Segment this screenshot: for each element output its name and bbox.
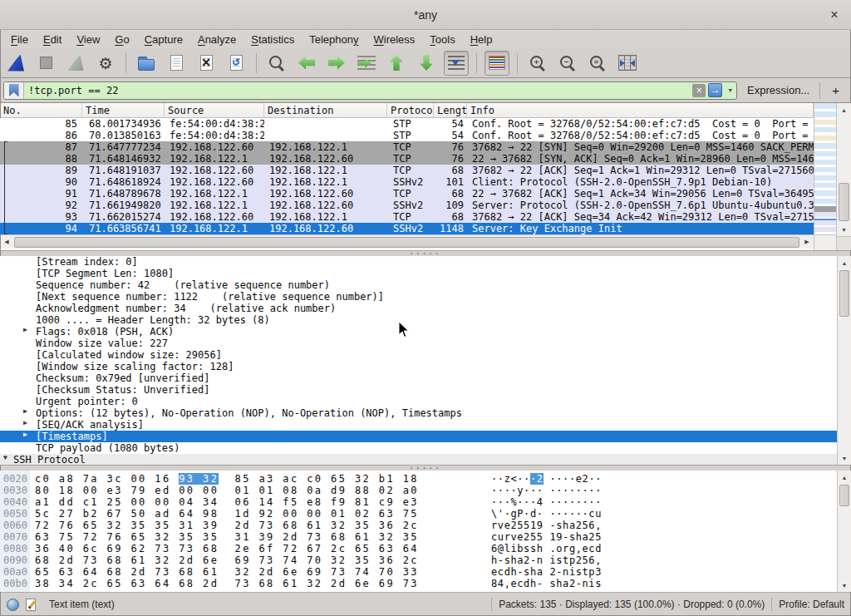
- hex-ascii[interactable]: ecdh-sha 2-nistp3: [491, 566, 602, 578]
- hex-bytes[interactable]: 36 40 6c 69 62 73 73 68 2e 6f 72 67 2c 6…: [35, 543, 491, 554]
- packet-minimap[interactable]: [814, 103, 836, 234]
- column-header-proto[interactable]: Protocol: [387, 103, 434, 117]
- detail-line[interactable]: [Calculated window size: 29056]: [0, 349, 837, 361]
- expert-info-icon[interactable]: [7, 599, 19, 611]
- hex-bytes[interactable]: 65 63 64 68 2d 73 68 61 32 2d 6e 69 73 7…: [35, 566, 491, 578]
- packet-row-90[interactable]: 9071.648618924192.168.122.60192.168.122.…: [0, 176, 814, 188]
- go-bottom-button[interactable]: [414, 51, 439, 76]
- scroll-right-icon[interactable]: ▶: [800, 239, 814, 245]
- go-back-button[interactable]: [294, 51, 319, 76]
- hscroll-thumb[interactable]: [14, 237, 799, 248]
- clear-filter-icon[interactable]: ×: [692, 84, 706, 97]
- close-window-icon[interactable]: ×: [826, 7, 843, 23]
- hex-row-0060[interactable]: 006072 76 65 32 35 35 31 39 2d 73 68 61 …: [0, 520, 837, 531]
- menu-item-file[interactable]: File: [3, 32, 36, 47]
- packet-row-89[interactable]: 8971.648191037192.168.122.60192.168.122.…: [0, 165, 814, 176]
- detail-line[interactable]: Window size value: 227: [0, 338, 837, 349]
- menu-item-telephony[interactable]: Telephony: [302, 32, 366, 47]
- details-scroll-thumb[interactable]: [839, 270, 849, 317]
- hex-ascii[interactable]: h-sha2-n istp256,: [491, 554, 602, 566]
- detail-line[interactable]: ▶Options: (12 bytes), No-Operation (NOP)…: [0, 407, 837, 419]
- column-header-no[interactable]: No.: [0, 103, 82, 117]
- menu-item-view[interactable]: View: [69, 32, 107, 47]
- detail-line[interactable]: Sequence number: 42 (relative sequence n…: [0, 279, 837, 291]
- save-file-button[interactable]: [164, 51, 189, 76]
- hex-row-00a0[interactable]: 00a065 63 64 68 2d 73 68 61 32 2d 6e 69 …: [0, 566, 837, 578]
- hex-ascii[interactable]: \'·gP·d· ······cu: [491, 508, 602, 520]
- capture-start-button[interactable]: [3, 51, 28, 76]
- scroll-up-icon[interactable]: ▲: [838, 471, 851, 484]
- hex-ascii[interactable]: ···%···4 ········: [491, 496, 602, 508]
- hex-scroll-thumb[interactable]: [839, 485, 849, 506]
- zoom-out-button[interactable]: [555, 51, 580, 76]
- apply-filter-icon[interactable]: →: [708, 83, 722, 97]
- menu-item-analyze[interactable]: Analyze: [190, 32, 243, 47]
- column-header-info[interactable]: Info: [467, 103, 814, 117]
- go-forward-button[interactable]: [324, 51, 349, 76]
- capture-restart-button[interactable]: [63, 51, 88, 76]
- column-header-dst[interactable]: Destination: [264, 103, 387, 117]
- expand-arrow-icon[interactable]: ▶: [23, 431, 27, 438]
- go-top-button[interactable]: [384, 51, 409, 76]
- hex-row-0030[interactable]: 003080 18 00 e3 79 ed 00 00 01 01 08 0a …: [0, 485, 837, 496]
- packet-row-85[interactable]: 8568.001734936fe:54:00:d4:38:2aSTP54Conf…: [0, 118, 814, 130]
- colorize-button[interactable]: [485, 51, 509, 76]
- hex-bytes[interactable]: 80 18 00 e3 79 ed 00 00 01 01 08 0a d9 8…: [35, 485, 491, 496]
- filter-bookmark-button[interactable]: [4, 82, 24, 99]
- hex-vscrollbar[interactable]: ▲ ▼: [837, 471, 851, 592]
- capture-options-button[interactable]: [93, 51, 118, 76]
- hex-row-0020[interactable]: 0020c0 a8 7a 3c 00 16 93 32 85 a3 ac c0 …: [0, 473, 837, 485]
- intelligent-scrollbar[interactable]: [814, 103, 836, 250]
- menu-item-statistics[interactable]: Statistics: [243, 32, 302, 47]
- detail-line[interactable]: [Stream index: 0]: [0, 256, 837, 268]
- collapse-arrow-icon[interactable]: ▼: [3, 454, 7, 461]
- hex-bytes[interactable]: 63 75 72 76 65 32 35 35 31 39 2d 73 68 6…: [35, 531, 491, 543]
- vscroll-thumb[interactable]: [839, 183, 849, 221]
- scroll-down-icon[interactable]: ▼: [837, 223, 851, 236]
- add-filter-button[interactable]: +: [825, 83, 846, 97]
- hex-bytes[interactable]: 5c 27 b2 67 50 ad 64 98 1d 92 00 00 01 0…: [35, 508, 491, 520]
- display-filter-field[interactable]: × → ▼: [3, 81, 737, 100]
- hex-ascii[interactable]: 84,ecdh- sha2-nis: [491, 578, 602, 589]
- detail-line[interactable]: ▶[Timestamps]: [0, 431, 837, 442]
- hex-row-0090[interactable]: 009068 2d 73 68 61 32 2d 6e 69 73 74 70 …: [0, 554, 837, 566]
- hex-row-00b0[interactable]: 00b038 34 2c 65 63 64 68 2d 73 68 61 32 …: [0, 578, 837, 589]
- detail-line[interactable]: ▶[SEQ/ACK analysis]: [0, 419, 837, 431]
- packet-list-header[interactable]: No.TimeSourceDestinationProtocolLengthIn…: [0, 103, 814, 118]
- menu-item-wireless[interactable]: Wireless: [366, 32, 423, 47]
- open-file-button[interactable]: [134, 51, 159, 76]
- detail-line[interactable]: TCP payload (1080 bytes): [0, 442, 837, 454]
- hex-row-0040[interactable]: 0040a1 dd c1 25 00 00 04 34 06 14 f5 e8 …: [0, 496, 837, 508]
- capture-comment-icon[interactable]: [26, 599, 36, 611]
- column-header-len[interactable]: Length: [434, 103, 467, 117]
- menu-item-edit[interactable]: Edit: [36, 32, 69, 47]
- details-vscrollbar[interactable]: ▲ ▼: [837, 256, 851, 465]
- hex-bytes[interactable]: a1 dd c1 25 00 00 04 34 06 14 f5 e8 f9 8…: [35, 496, 491, 508]
- hex-ascii[interactable]: rve25519 -sha256,: [491, 520, 602, 531]
- detail-line[interactable]: [TCP Segment Len: 1080]: [0, 268, 837, 279]
- display-filter-input[interactable]: [24, 85, 692, 96]
- filter-dropdown-icon[interactable]: ▼: [724, 87, 736, 93]
- expand-arrow-icon[interactable]: ▶: [23, 407, 27, 415]
- detail-line[interactable]: ▶Flags: 0x018 (PSH, ACK): [0, 326, 837, 338]
- zoom-in-button[interactable]: [525, 51, 550, 76]
- detail-line[interactable]: [Next sequence number: 1122 (relative se…: [0, 291, 837, 303]
- detail-line[interactable]: Urgent pointer: 0: [0, 396, 837, 407]
- detail-line[interactable]: [Checksum Status: Unverified]: [0, 384, 837, 396]
- packet-list-hscrollbar[interactable]: ◀ ▶: [0, 234, 814, 249]
- find-packet-button[interactable]: [264, 51, 289, 76]
- resize-columns-button[interactable]: [615, 51, 640, 76]
- packet-row-92[interactable]: 9271.661949820192.168.122.1192.168.122.6…: [0, 200, 814, 211]
- go-to-packet-button[interactable]: [354, 51, 379, 76]
- detail-line[interactable]: Acknowledgment number: 34 (relative ack …: [0, 303, 837, 314]
- packet-list-vscrollbar[interactable]: ▲ ▼: [836, 103, 851, 250]
- packet-row-91[interactable]: 9171.648789678192.168.122.1192.168.122.6…: [0, 188, 814, 200]
- reload-file-button[interactable]: [224, 51, 248, 76]
- packet-row-87[interactable]: 8771.647777234192.168.122.60192.168.122.…: [0, 141, 814, 153]
- zoom-reset-button[interactable]: [585, 51, 610, 76]
- capture-stop-button[interactable]: [33, 51, 58, 76]
- scroll-down-icon[interactable]: ▼: [838, 579, 851, 592]
- expand-arrow-icon[interactable]: ▶: [23, 326, 27, 333]
- detail-line[interactable]: ▼SSH Protocol: [0, 454, 837, 465]
- hex-bytes[interactable]: 68 2d 73 68 61 32 2d 6e 69 73 74 70 32 3…: [35, 554, 491, 566]
